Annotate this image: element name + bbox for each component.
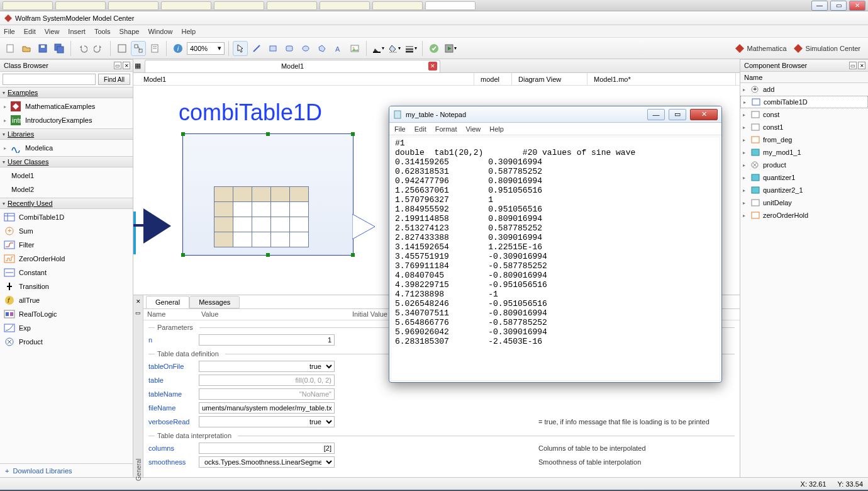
zoom-combobox[interactable]: 400%▾ [187, 42, 225, 55]
pointer-tool[interactable] [233, 41, 248, 56]
component-item-selected[interactable]: ▸combiTable1D [740, 96, 868, 108]
component-item[interactable]: ▸+add [740, 83, 868, 96]
input-port-icon[interactable] [143, 208, 171, 244]
menu-file[interactable]: File [4, 28, 15, 35]
polygon-tool[interactable] [314, 41, 330, 56]
simulate-button[interactable]: ▾ [443, 41, 458, 56]
tree-item[interactable]: Transition [0, 279, 133, 293]
undo-button[interactable] [75, 41, 90, 56]
browser-tab[interactable] [55, 1, 106, 10]
tree-item[interactable]: ▸MathematicaExamples [0, 99, 133, 113]
notepad-minimize-button[interactable]: — [647, 109, 665, 120]
resize-handle[interactable] [351, 253, 355, 257]
browser-tab[interactable] [3, 1, 53, 10]
redo-button[interactable] [91, 41, 106, 56]
component-item[interactable]: ▸product [740, 159, 868, 171]
tree-item[interactable]: Filter [0, 238, 133, 252]
browser-tab[interactable] [108, 1, 159, 10]
component-item[interactable]: ▸quantizer1 [740, 171, 868, 184]
tree-item[interactable]: ZeroOrderHold [0, 252, 133, 266]
browser-tab[interactable] [214, 1, 264, 10]
tree-item[interactable]: fallTrue [0, 293, 133, 307]
image-tool[interactable] [347, 41, 362, 56]
browser-tab[interactable] [161, 1, 211, 10]
columns-input[interactable] [199, 443, 335, 454]
menu-view[interactable]: View [45, 28, 60, 35]
tree-item[interactable]: RealToLogic [0, 307, 133, 321]
breadcrumb-model[interactable]: Model1 [137, 73, 474, 85]
section-user-classes[interactable]: ▾User Classes [0, 156, 133, 167]
panel-float-icon[interactable]: ▭ [849, 62, 857, 69]
notepad-menu-view[interactable]: View [466, 125, 481, 133]
tree-item[interactable]: Product [0, 335, 133, 349]
simulation-center-link[interactable]: Simulation Center [793, 43, 860, 54]
table-input[interactable] [199, 375, 335, 386]
resize-handle[interactable] [181, 132, 185, 136]
resize-handle[interactable] [266, 253, 270, 257]
ellipse-tool[interactable] [298, 41, 313, 56]
editor-tab[interactable]: Model1 ✕ [145, 60, 440, 72]
check-button[interactable] [426, 41, 442, 56]
section-examples[interactable]: ▾Examples [0, 87, 133, 98]
verboseread-select[interactable]: true [199, 416, 335, 427]
menu-tools[interactable]: Tools [94, 28, 111, 35]
info-button[interactable]: i [170, 41, 186, 56]
panel-pin-icon[interactable]: ▭ [135, 309, 142, 317]
line-style-tool[interactable]: ▾ [403, 41, 418, 56]
tree-item[interactable]: +Sum [0, 224, 133, 238]
tree-item[interactable]: Model2 [0, 183, 133, 196]
notepad-menu-file[interactable]: File [394, 125, 406, 133]
notepad-menu-help[interactable]: Help [489, 125, 504, 133]
section-recently-used[interactable]: ▾Recently Used [0, 198, 133, 209]
browser-minimize-button[interactable]: — [811, 1, 828, 11]
tablename-input[interactable] [199, 388, 335, 400]
tree-item[interactable]: Exp [0, 321, 133, 335]
menu-edit[interactable]: Edit [24, 28, 36, 35]
component-item[interactable]: ▸quantizer2_1 [740, 184, 868, 196]
diagram-view-button[interactable] [131, 41, 146, 56]
download-libraries-link[interactable]: +Download Libraries [0, 463, 133, 477]
rect-tool[interactable] [265, 41, 281, 56]
open-button[interactable] [19, 41, 34, 56]
browser-tab[interactable] [267, 1, 317, 10]
resize-handle[interactable] [351, 132, 355, 136]
resize-handle[interactable] [266, 132, 270, 136]
notepad-text-area[interactable]: #1 double tab1(20,2) #20 values of sine … [391, 137, 720, 381]
browser-tab[interactable] [372, 1, 423, 10]
notepad-menu-edit[interactable]: Edit [415, 125, 426, 133]
browser-maximize-button[interactable]: ▭ [830, 1, 847, 11]
filename-input[interactable] [199, 402, 335, 414]
n-input[interactable] [199, 334, 335, 346]
component-item[interactable]: ▸my_mod1_1 [740, 146, 868, 159]
browser-close-button[interactable]: ✕ [849, 1, 865, 11]
tree-item[interactable]: Constant [0, 266, 133, 279]
mathematica-link[interactable]: Mathematica [735, 43, 787, 54]
resize-handle[interactable] [181, 253, 185, 257]
component-item[interactable]: ▸from_deg [740, 133, 868, 146]
fill-color-tool[interactable]: ▾ [387, 41, 402, 56]
notepad-window[interactable]: my_table - Notepad — ▭ ✕ File Edit Forma… [389, 106, 722, 383]
smoothness-select[interactable]: ocks.Types.Smoothness.LinearSegments [199, 456, 335, 468]
menu-help[interactable]: Help [182, 28, 196, 35]
panel-float-icon[interactable]: ▭ [114, 62, 121, 69]
close-icon[interactable]: ✕ [428, 62, 437, 71]
panel-close-icon[interactable]: ✕ [123, 62, 130, 69]
menu-insert[interactable]: Insert [68, 28, 86, 35]
icon-view-button[interactable] [114, 41, 130, 56]
component-item[interactable]: ▸zeroOrderHold [740, 209, 868, 222]
text-view-button[interactable] [147, 41, 162, 56]
menu-shape[interactable]: Shape [120, 28, 140, 35]
save-all-button[interactable] [52, 41, 67, 56]
tableonfile-select[interactable]: true [199, 361, 335, 372]
notepad-titlebar[interactable]: my_table - Notepad — ▭ ✕ [389, 106, 721, 123]
tree-item[interactable]: CombiTable1D [0, 210, 133, 224]
notepad-menu-format[interactable]: Format [435, 125, 457, 133]
breadcrumb-view[interactable]: Diagram View [512, 73, 587, 85]
menu-window[interactable]: Window [148, 28, 172, 35]
tree-item[interactable]: ▸introIntroductoryExamples [0, 113, 133, 127]
save-button[interactable] [35, 41, 50, 56]
component-item[interactable]: ▸const [740, 108, 868, 121]
tab-messages[interactable]: Messages [189, 296, 240, 308]
notepad-close-button[interactable]: ✕ [690, 109, 718, 120]
tab-general[interactable]: General [146, 296, 189, 308]
